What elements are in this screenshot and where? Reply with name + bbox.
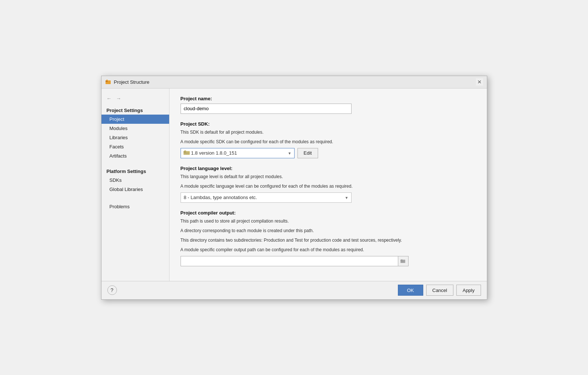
title-bar-left: Project Structure: [105, 79, 150, 85]
dialog-title: Project Structure: [114, 79, 150, 85]
app-icon: [105, 79, 111, 85]
project-language-level-label: Project language level:: [181, 166, 476, 171]
project-language-level-section: Project language level: This language le…: [181, 166, 476, 203]
compiler-output-desc1: This path is used to store all project c…: [181, 218, 476, 224]
language-level-select[interactable]: 8 - Lambdas, type annotations etc.: [181, 192, 352, 203]
main-content: Project name: Project SDK: This SDK is d…: [170, 89, 487, 281]
footer-left: ?: [107, 285, 117, 295]
compiler-output-desc4: A module specific compiler output path c…: [181, 246, 476, 253]
help-button[interactable]: ?: [107, 285, 117, 295]
forward-button[interactable]: →: [115, 94, 123, 102]
sidebar-item-artifacts[interactable]: Artifacts: [101, 151, 169, 161]
language-level-desc2: A module specific language level can be …: [181, 183, 476, 190]
sidebar: ← → Project Settings Project Modules Lib…: [101, 89, 170, 281]
nav-spacer-1: [101, 161, 169, 166]
sdk-select-wrapper: 1.8 version 1.8.0_151 ▼: [181, 148, 295, 158]
platform-settings-header: Platform Settings: [101, 166, 169, 176]
project-sdk-label: Project SDK:: [181, 121, 476, 127]
compiler-output-desc2: A directory corresponding to each module…: [181, 227, 476, 234]
project-name-section: Project name:: [181, 96, 476, 114]
edit-sdk-button[interactable]: Edit: [297, 148, 318, 158]
svg-rect-11: [401, 261, 405, 262]
cancel-button[interactable]: Cancel: [426, 285, 453, 296]
compiler-output-input[interactable]: [181, 256, 398, 266]
footer-right: OK Cancel Apply: [398, 285, 481, 296]
dialog-footer: ? OK Cancel Apply: [101, 281, 487, 299]
apply-button[interactable]: Apply: [456, 285, 481, 296]
sidebar-item-libraries[interactable]: Libraries: [101, 133, 169, 142]
compiler-output-desc3: This directory contains two subdirectori…: [181, 237, 476, 244]
sidebar-item-sdks[interactable]: SDKs: [101, 176, 169, 185]
project-sdk-desc2: A module specific SDK can be configured …: [181, 138, 476, 145]
project-name-input[interactable]: [181, 104, 352, 114]
nav-spacer-2: [101, 194, 169, 199]
sidebar-item-project[interactable]: Project: [101, 115, 169, 124]
sdk-select[interactable]: 1.8 version 1.8.0_151: [181, 148, 295, 158]
project-sdk-section: Project SDK: This SDK is default for all…: [181, 121, 476, 158]
sidebar-item-facets[interactable]: Facets: [101, 142, 169, 151]
project-settings-header: Project Settings: [101, 105, 169, 115]
sidebar-item-modules[interactable]: Modules: [101, 124, 169, 133]
compiler-output-folder-button[interactable]: [398, 256, 409, 266]
close-button[interactable]: ✕: [476, 78, 483, 86]
language-level-select-wrapper: 8 - Lambdas, type annotations etc. ▼: [181, 192, 352, 203]
problems-section: Problems: [101, 202, 169, 211]
project-compiler-output-section: Project compiler output: This path is us…: [181, 210, 476, 266]
language-level-desc1: This language level is default for all p…: [181, 173, 476, 180]
ok-button[interactable]: OK: [398, 285, 423, 296]
compiler-output-row: [181, 256, 409, 266]
svg-rect-2: [106, 80, 108, 81]
project-compiler-output-label: Project compiler output:: [181, 210, 476, 216]
project-sdk-desc1: This SDK is default for all project modu…: [181, 129, 476, 136]
project-name-label: Project name:: [181, 96, 476, 101]
project-structure-dialog: Project Structure ✕ ← → Project Settings…: [101, 76, 487, 300]
sdk-row: 1.8 version 1.8.0_151 ▼ Edit: [181, 148, 476, 158]
dialog-body: ← → Project Settings Project Modules Lib…: [101, 89, 487, 281]
title-bar: Project Structure ✕: [101, 76, 487, 89]
nav-back-forward: ← →: [101, 92, 169, 105]
sidebar-item-problems[interactable]: Problems: [101, 202, 169, 211]
svg-rect-12: [401, 262, 404, 262]
back-button[interactable]: ←: [105, 94, 113, 102]
svg-rect-10: [401, 259, 403, 260]
sidebar-item-global-libraries[interactable]: Global Libraries: [101, 185, 169, 194]
